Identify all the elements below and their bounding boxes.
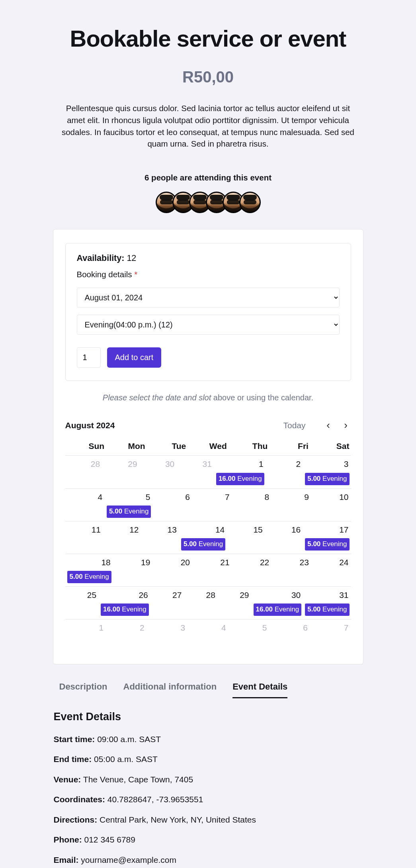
calendar-day[interactable]: 2616.00 Evening [99,587,150,619]
calendar-day-number: 14 [181,524,225,536]
calendar-day[interactable]: 8 [232,489,272,521]
calendar-event[interactable]: 5.00 Evening [107,506,151,518]
calendar-day-number: 4 [67,491,104,503]
calendar-day[interactable]: 15 [227,521,265,554]
venue-label: Venue: [54,775,81,784]
calendar-day[interactable]: 7 [192,489,232,521]
calendar-day-number: 7 [194,491,230,503]
calendar-day: 31 [177,456,214,488]
calendar-day[interactable]: 116.00 Evening [214,456,266,488]
calendar-day-number: 10 [313,491,350,503]
page-title: Bookable service or event [53,22,363,55]
slot-select[interactable]: Evening(04:00 p.m.) (12) [77,315,340,335]
tab-description[interactable]: Description [59,680,107,698]
calendar-day[interactable]: 3016.00 Evening [252,587,303,619]
calendar-event[interactable]: 16.00 Evening [254,603,302,616]
start-time-value: 09:00 a.m. SAST [95,735,161,744]
calendar-day[interactable]: 185.00 Evening [65,554,113,586]
calendar-event[interactable]: 16.00 Evening [216,473,264,485]
calendar-week: 111213145.00 Evening1516175.00 Evening [65,521,351,554]
calendar-day[interactable]: 28 [184,587,218,619]
calendar-day[interactable]: 9 [271,489,311,521]
calendar-day-number: 3 [149,622,186,634]
calendar-event[interactable]: 5.00 Evening [305,538,349,551]
calendar-prev-button[interactable]: ‹ [323,420,334,431]
calendar-today-button[interactable]: Today [283,419,305,431]
tab-event-details[interactable]: Event Details [232,680,287,698]
calendar-day: 29 [102,456,140,488]
calendar-day[interactable]: 2 [266,456,303,488]
calendar-day-number: 9 [273,491,310,503]
calendar-day-number: 1 [67,622,105,634]
calendar-day-number: 3 [305,458,349,470]
calendar-day-number: 8 [234,491,270,503]
email-label: Email: [54,855,79,864]
calendar-day[interactable]: 24 [311,554,351,586]
tab-row: Description Additional information Event… [53,680,363,698]
calendar-day-number: 22 [234,556,270,568]
calendar-day[interactable]: 145.00 Evening [179,521,227,554]
calendar-event[interactable]: 16.00 Evening [101,603,149,616]
calendar-day[interactable]: 23 [271,554,311,586]
calendar-day-number: 21 [194,556,230,568]
calendar-day-number: 2 [108,622,145,634]
coordinates-label: Coordinates: [54,795,105,804]
add-to-cart-button[interactable]: Add to cart [107,347,162,368]
calendar-day[interactable]: 55.00 Evening [105,489,152,521]
calendar-day-number: 17 [305,524,349,536]
calendar-day[interactable]: 16 [265,521,303,554]
calendar-event[interactable]: 5.00 Evening [305,473,349,485]
calendar-day[interactable]: 12 [103,521,141,554]
booking-details-text: Booking details [77,270,132,279]
date-select[interactable]: August 01, 2024 [77,288,340,308]
calendar-day-number: 5 [230,622,268,634]
calendar-event[interactable]: 5.00 Evening [67,571,111,583]
calendar-day-number: 6 [271,622,309,634]
calendar-day: 28 [65,456,103,488]
calendar-dow: Thu [229,440,270,452]
availability-row: Availability: 12 [77,252,340,265]
calendar-day-number: 5 [107,491,151,503]
calendar-day[interactable]: 20 [152,554,192,586]
calendar-day: 6 [269,619,310,652]
calendar-day-number: 31 [179,458,213,470]
tab-additional-information[interactable]: Additional information [123,680,217,698]
venue-value: The Venue, Cape Town, 7405 [81,775,193,784]
calendar-day[interactable]: 27 [150,587,184,619]
calendar-week: 455.00 Evening678910 [65,489,351,521]
calendar-day-number: 7 [312,622,350,634]
booking-card: Availability: 12 Booking details * Augus… [53,229,363,664]
chevron-left-icon: ‹ [326,418,330,433]
calendar-day: 7 [310,619,351,652]
attendee-avatar [239,192,261,213]
calendar-day[interactable]: 19 [113,554,153,586]
calendar-day[interactable]: 4 [65,489,105,521]
calendar-day[interactable]: 10 [311,489,351,521]
calendar-day[interactable]: 35.00 Evening [303,456,351,488]
quantity-input[interactable] [77,347,101,368]
calendar-day[interactable]: 6 [152,489,192,521]
calendar-event[interactable]: 5.00 Evening [181,538,225,551]
calendar-day-number: 1 [216,458,264,470]
calendar-event[interactable]: 5.00 Evening [305,603,349,616]
calendar-week: 252616.00 Evening2728293016.00 Evening31… [65,587,351,619]
calendar-next-button[interactable]: › [341,420,351,431]
calendar-day: 5 [229,619,270,652]
calendar-day[interactable]: 315.00 Evening [303,587,351,619]
calendar-day[interactable]: 13 [141,521,179,554]
calendar-week: 185.00 Evening192021222324 [65,554,351,587]
calendar-day-number: 26 [101,589,149,601]
calendar-day[interactable]: 25 [65,587,99,619]
calendar-day: 3 [147,619,188,652]
directions-value: Central Park, New York, NY, United State… [97,815,256,824]
calendar-day[interactable]: 11 [65,521,103,554]
calendar-day[interactable]: 21 [192,554,232,586]
chevron-right-icon: › [344,418,348,433]
calendar-day-number: 30 [142,458,176,470]
calendar-day[interactable]: 29 [218,587,252,619]
calendar-dow: Mon [106,440,147,452]
calendar-day[interactable]: 175.00 Evening [303,521,351,554]
calendar-day[interactable]: 22 [232,554,272,586]
calendar-day-number: 15 [229,524,264,536]
calendar-day-number: 30 [254,589,302,601]
